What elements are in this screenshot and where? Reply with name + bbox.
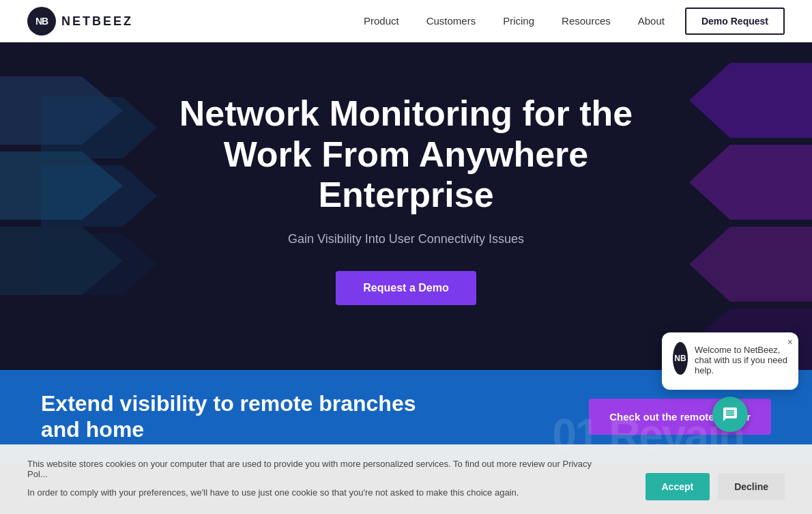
logo-text: NETBEEZ — [61, 14, 133, 29]
svg-marker-3 — [689, 63, 812, 138]
cookie-banner: This website stores cookies on your comp… — [0, 444, 812, 514]
nav-item-product[interactable]: Product — [364, 15, 399, 27]
logo-icon: NB — [27, 7, 56, 35]
chat-avatar: NB — [673, 342, 688, 375]
chat-open-button[interactable] — [712, 397, 748, 432]
chat-widget: × NB Welcome to NetBeez, chat with us if… — [662, 332, 798, 432]
hero-section: Network Monitoring for the Work From Any… — [0, 42, 812, 370]
chat-welcome-text: Welcome to NetBeez, chat with us if you … — [695, 342, 787, 375]
svg-marker-4 — [689, 145, 812, 220]
nav-links: Product Customers Pricing Resources Abou… — [364, 15, 665, 27]
request-demo-button[interactable]: Request a Demo — [336, 271, 476, 305]
cookie-buttons: Accept Decline — [646, 473, 785, 500]
cookie-accept-button[interactable]: Accept — [646, 473, 710, 500]
hero-content: Network Monitoring for the Work From Any… — [133, 94, 679, 305]
svg-marker-1 — [0, 152, 123, 220]
svg-marker-0 — [0, 76, 123, 145]
cookie-text-1: This website stores cookies on your comp… — [27, 459, 614, 479]
svg-marker-5 — [689, 227, 812, 302]
blue-section-text: Extend visibility to remote branches and… — [41, 390, 450, 443]
demo-request-button[interactable]: Demo Request — [685, 8, 785, 35]
chat-bubble: × NB Welcome to NetBeez, chat with us if… — [662, 332, 798, 390]
hero-subtitle: Gain Visibility Into User Connectivity I… — [133, 232, 679, 246]
svg-marker-2 — [0, 227, 123, 295]
navbar: NB NETBEEZ Product Customers Pricing Res… — [0, 0, 812, 42]
cookie-decline-button[interactable]: Decline — [718, 473, 785, 500]
chat-icon — [722, 406, 738, 423]
nav-item-customers[interactable]: Customers — [426, 15, 476, 27]
nav-item-pricing[interactable]: Pricing — [503, 15, 534, 27]
nav-item-resources[interactable]: Resources — [562, 15, 611, 27]
chat-close-button[interactable]: × — [787, 337, 793, 347]
logo-link[interactable]: NB NETBEEZ — [27, 7, 133, 35]
hero-title: Network Monitoring for the Work From Any… — [133, 94, 679, 216]
cookie-text-2: In order to comply with your preferences… — [27, 487, 614, 498]
nav-item-about[interactable]: About — [638, 15, 665, 27]
